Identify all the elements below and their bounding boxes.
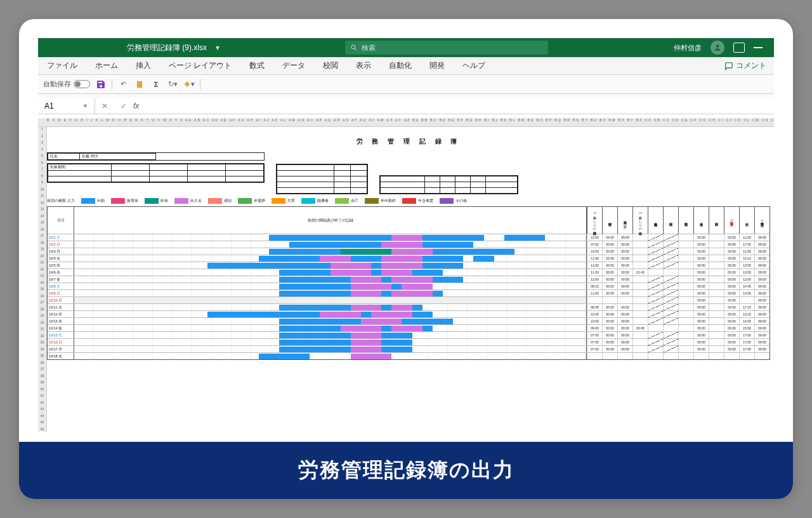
name-box[interactable]: A1▼ — [38, 98, 95, 114]
redo-icon[interactable]: ↻▾ — [167, 79, 178, 90]
gantt-cell — [632, 255, 648, 262]
gantt-col-header: 休憩等時間 — [602, 207, 617, 234]
search-icon — [350, 44, 358, 51]
gantt-cell — [678, 318, 693, 324]
menu-tab[interactable]: データ — [273, 57, 314, 74]
gantt-bar — [422, 235, 484, 241]
gantt-cell — [648, 234, 663, 241]
gantt-cell — [709, 262, 724, 269]
menu-tab[interactable]: ヘルプ — [454, 57, 494, 74]
worksheet[interactable]: 1234567891011121314151617181920212223242… — [38, 127, 774, 432]
gantt-cell: 00:00 — [693, 297, 709, 303]
gantt-cell: 00:00 — [724, 304, 739, 310]
gantt-cell — [648, 262, 663, 269]
avatar-icon[interactable] — [710, 41, 724, 55]
menu-tab[interactable]: ホーム — [86, 57, 127, 74]
fill-icon[interactable]: ▾ — [183, 79, 195, 90]
gantt-cell — [648, 318, 663, 324]
gantt-cell: 10:00 — [587, 318, 602, 324]
gantt-cell — [663, 248, 678, 255]
gantt-cell: 01:45 — [632, 269, 648, 276]
menu-tab[interactable]: 表示 — [347, 57, 380, 74]
search-input[interactable]: 検索 — [345, 41, 548, 55]
gantt-cell: 13:00 — [739, 262, 754, 269]
gantt-cell — [663, 276, 678, 282]
gantt-cell — [632, 262, 648, 269]
gantt-cell: 07:00 — [587, 332, 602, 338]
undo-icon[interactable]: ↶ — [117, 79, 129, 90]
gantt-cell — [648, 297, 663, 303]
present-icon[interactable] — [733, 43, 745, 53]
gantt-cell: 00:00 — [602, 269, 617, 276]
menu-tab[interactable]: ファイル — [38, 57, 86, 74]
gantt-cell — [648, 276, 663, 282]
legend-item: 半退静 — [238, 198, 265, 204]
accept-formula-icon[interactable]: ✓ — [114, 102, 133, 110]
gantt-cell — [678, 346, 693, 352]
gantt-bar — [351, 277, 381, 282]
gantt-cell: 00:00 — [602, 332, 617, 338]
gantt-cell — [678, 262, 693, 269]
gantt-bar — [391, 326, 422, 331]
fx-icon[interactable]: fx — [133, 102, 146, 110]
gantt-cell — [709, 234, 724, 241]
gantt-cell: 00:00 — [602, 339, 617, 345]
gantt-cell: 12:00 — [587, 276, 602, 282]
gantt-bar — [341, 249, 392, 255]
comment-button[interactable]: コメント — [724, 60, 774, 71]
gantt-cell — [648, 353, 663, 359]
gantt-cell — [663, 290, 678, 296]
gantt-chart: 月日 休憩の開始及び終了の記録 1日あたりの勤務時間休憩等時間実勤務の合計1日あ… — [47, 206, 770, 360]
gantt-cell — [678, 297, 693, 303]
menu-tab[interactable]: 挿入 — [127, 57, 160, 74]
gantt-cell — [678, 290, 693, 296]
menubar: ファイルホーム挿入ページ レイアウト数式データ校閲表示自動化開発ヘルプ コメント — [38, 57, 774, 75]
gantt-cell: 15:00 — [739, 325, 754, 331]
menu-tab[interactable]: 開発 — [421, 57, 454, 74]
autosave[interactable]: 自動保存 — [43, 79, 90, 89]
legend-item: その他 — [440, 198, 467, 204]
row-headers[interactable]: 1234567891011121314151617181920212223242… — [38, 127, 47, 432]
gantt-cell: 00:00 — [602, 248, 617, 255]
gantt-row: 10/14 金09:0000:0000:0000:4500:0000:0015:… — [48, 324, 769, 331]
username[interactable]: 仲村信彦 — [674, 43, 702, 53]
chevron-down-icon[interactable]: ▾ — [216, 43, 219, 52]
gantt-cell — [709, 346, 724, 352]
quick-access-toolbar: 自動保存 ↶ Σ ↻▾ ▾ — [38, 75, 774, 94]
save-icon[interactable] — [95, 79, 107, 90]
gantt-row: 10/5 水11:0000:0000:0000:0000:0013:0009:0… — [48, 262, 769, 269]
gantt-cell: 00:00 — [693, 346, 709, 352]
gantt-col-header: 実勤務の合計 — [617, 207, 632, 234]
gantt-cell: 00:00 — [617, 234, 632, 241]
gantt-cell: 11:00 — [587, 290, 602, 296]
gantt-cell — [709, 248, 724, 255]
gantt-row: 10/18 火 — [48, 352, 769, 359]
legend-item: 出入る — [174, 198, 202, 204]
gantt-cell — [739, 297, 754, 303]
gantt-cell — [632, 353, 648, 359]
gantt-cell: 12:00 — [739, 234, 754, 241]
gantt-row: 10/10 月00:0000:0009:00 — [48, 296, 769, 303]
filename[interactable]: 労務管理記録簿 (9).xlsx — [121, 43, 213, 53]
menu-tab[interactable]: 数式 — [240, 57, 273, 74]
menu-tab[interactable]: 校閲 — [314, 57, 347, 74]
paste-icon[interactable] — [134, 79, 145, 90]
gantt-row: 10/8 土08:1500:0000:0000:0000:0014:4509:0… — [48, 282, 769, 289]
menu-tab[interactable]: ページ レイアウト — [160, 57, 240, 74]
gantt-cell — [663, 241, 678, 248]
gantt-cell: 00:45 — [632, 325, 648, 331]
column-headers[interactable]: B C D E F G H I J K L M N O P Q R S T U … — [38, 118, 774, 127]
gantt-col-header: 支給額 — [739, 207, 754, 234]
gantt-cell: 11:00 — [587, 262, 602, 269]
gantt-cell: 00:00 — [617, 304, 632, 310]
gantt-cell — [648, 304, 663, 310]
gantt-cell — [754, 353, 769, 359]
gantt-col-header: 支給額外手+特別 — [754, 207, 769, 234]
sum-icon[interactable]: Σ — [150, 79, 162, 90]
gantt-bar — [351, 284, 392, 289]
menu-tab[interactable]: 自動化 — [380, 57, 421, 74]
cancel-formula-icon[interactable]: ✕ — [95, 102, 114, 110]
gantt-cell: 00:00 — [693, 339, 709, 345]
autosave-toggle[interactable] — [74, 80, 90, 88]
minimize-icon[interactable] — [754, 47, 763, 48]
